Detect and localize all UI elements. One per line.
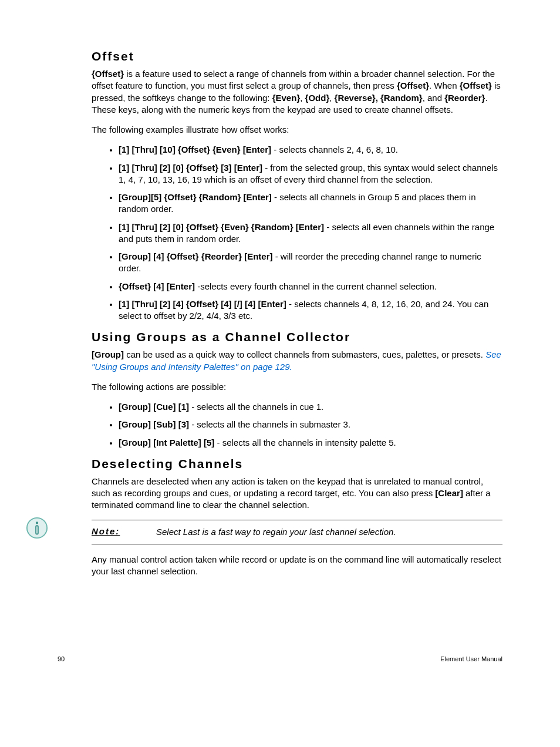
deselect-p1-bold: [Clear] xyxy=(435,488,463,498)
offset-p1-part: {Reorder} xyxy=(444,93,485,103)
heading-groups: Using Groups as a Channel Collector xyxy=(92,330,502,344)
offset-p1-part: {Odd} xyxy=(305,93,330,103)
offset-p1-part: , xyxy=(329,93,334,103)
offset-paragraph-2: The following examples illustrate how of… xyxy=(92,124,502,136)
list-item-rest: - selects all the channels in cue 1. xyxy=(189,402,323,412)
offset-p1-part: {Offset} xyxy=(92,69,124,79)
page-content: Offset {Offset} is a feature used to sel… xyxy=(0,0,560,705)
list-item: [Group] [Cue] [1] - selects all the chan… xyxy=(119,401,502,413)
list-item: [Group] [4] {Offset} {Reorder} [Enter] -… xyxy=(119,251,502,275)
heading-offset: Offset xyxy=(92,49,502,63)
offset-p1-part: {Even} xyxy=(272,93,301,103)
list-item-rest: - selects all the channels in submaster … xyxy=(189,419,350,429)
list-item: [1] [Thru] [2] [4] {Offset} [4] [/] [4] … xyxy=(119,298,502,322)
offset-p1-part: {Offset} xyxy=(397,80,429,90)
list-item-bold: [1] [Thru] [10] {Offset} {Even} [Enter] xyxy=(119,144,271,154)
heading-deselect: Deselecting Channels xyxy=(92,457,502,471)
list-item-bold: [Group] [4] {Offset} {Reorder} [Enter] xyxy=(119,251,273,261)
note-block: Note: Select Last is a fast way to regai… xyxy=(92,520,502,544)
groups-paragraph-2: The following actions are possible: xyxy=(92,381,502,393)
list-item: [Group] [Int Palette] [5] - selects all … xyxy=(119,437,502,449)
deselect-p1-pre: Channels are deselected when any action … xyxy=(92,476,483,498)
list-item: [Group] [Sub] [3] - selects all the chan… xyxy=(119,419,502,430)
list-item: [1] [Thru] [10] {Offset} {Even} [Enter] … xyxy=(119,144,502,156)
list-item: [1] [Thru] [2] [0] {Offset} {Even} {Rand… xyxy=(119,221,502,245)
svg-point-0 xyxy=(27,517,47,537)
info-icon xyxy=(26,517,48,539)
offset-p1-part: , xyxy=(300,93,305,103)
groups-p1-bold: [Group] xyxy=(92,349,124,359)
svg-point-1 xyxy=(36,521,38,524)
page-number: 90 xyxy=(58,655,65,662)
offset-paragraph-1: {Offset} is a feature used to select a r… xyxy=(92,68,502,116)
offset-p1-part: . When xyxy=(429,80,460,90)
deselect-paragraph-1: Channels are deselected when any action … xyxy=(92,476,502,512)
list-item-bold: [Group] [Int Palette] [5] xyxy=(119,438,214,447)
list-item-bold: [Group][5] {Offset} {Random} [Enter] xyxy=(119,192,272,202)
list-item: {Offset} [4] [Enter] -selects every four… xyxy=(119,281,502,292)
manual-title: Element User Manual xyxy=(440,655,502,662)
list-item-bold: [1] [Thru] [2] [0] {Offset} [3] [Enter] xyxy=(119,163,262,173)
list-item-bold: [1] [Thru] [2] [4] {Offset} [4] [/] [4] … xyxy=(119,299,286,309)
groups-p1-mid: can be used as a quick way to collect ch… xyxy=(124,349,485,359)
note-label: Note: xyxy=(92,526,156,538)
list-item-rest: - selects all the channels in intensity … xyxy=(214,438,396,447)
list-item: [Group][5] {Offset} {Random} [Enter] - s… xyxy=(119,191,502,216)
offset-p1-part: {Reverse}, {Random} xyxy=(335,93,423,103)
deselect-paragraph-2: Any manual control action taken while re… xyxy=(92,554,502,578)
list-item-bold: [1] [Thru] [2] [0] {Offset} {Even} {Rand… xyxy=(119,222,324,232)
note-text: Select Last is a fast way to regain your… xyxy=(156,526,396,538)
offset-p1-part: , and xyxy=(423,93,445,103)
groups-bullet-list: [Group] [Cue] [1] - selects all the chan… xyxy=(92,401,502,449)
offset-bullet-list: [1] [Thru] [10] {Offset} {Even} [Enter] … xyxy=(92,144,502,322)
list-item-bold: [Group] [Cue] [1] xyxy=(119,402,189,412)
list-item-bold: [Group] [Sub] [3] xyxy=(119,419,189,429)
groups-paragraph-1: [Group] can be used as a quick way to co… xyxy=(92,349,502,373)
list-item-rest: - selects channels 2, 4, 6, 8, 10. xyxy=(271,144,398,154)
list-item: [1] [Thru] [2] [0] {Offset} [3] [Enter] … xyxy=(119,162,502,186)
offset-p1-part: {Offset} xyxy=(460,80,492,90)
list-item-rest: -selects every fourth channel in the cur… xyxy=(195,281,437,291)
page-footer: 90 Element User Manual xyxy=(58,655,502,662)
list-item-bold: {Offset} [4] [Enter] xyxy=(119,281,195,291)
